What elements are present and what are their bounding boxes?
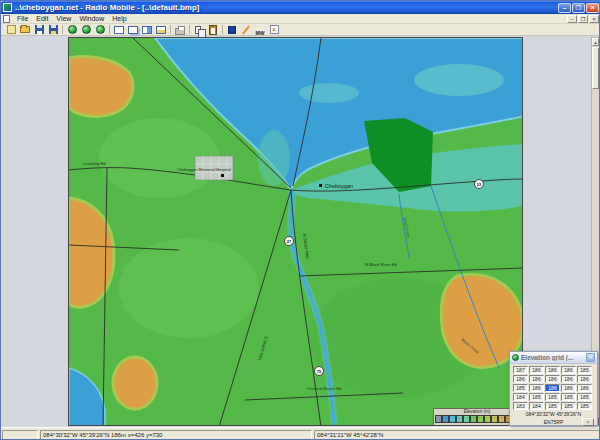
elevation-grid-close-icon[interactable] — [586, 353, 595, 362]
child-window-icon[interactable] — [3, 15, 10, 23]
status-map-center: 084°31'21"W 45°42'28"N — [314, 430, 600, 440]
elevation-cell[interactable]: 186 — [561, 375, 576, 383]
map-shallow-patch — [414, 64, 504, 96]
svg-text:23: 23 — [477, 182, 482, 187]
svg-text:75: 75 — [317, 369, 322, 374]
legend-swatch — [484, 415, 491, 423]
elevation-cell[interactable]: 183 — [513, 402, 528, 410]
elevation-cell-selected[interactable]: 186 — [545, 384, 560, 392]
elevation-cell[interactable]: 185 — [561, 393, 576, 401]
delete-icon[interactable] — [267, 24, 281, 35]
elevation-cell[interactable]: 186 — [561, 384, 576, 392]
elevation-cell[interactable]: 186 — [529, 375, 544, 383]
elevation-cell[interactable]: 186 — [545, 375, 560, 383]
legend-swatch — [435, 415, 442, 423]
scrollbar-thumb[interactable] — [592, 47, 599, 89]
elevation-cell[interactable]: 185 — [577, 393, 592, 401]
print-icon[interactable] — [173, 24, 187, 35]
elevation-cell[interactable]: 186 — [577, 375, 592, 383]
crop-picture-icon[interactable] — [140, 24, 154, 35]
elevation-legend: Elevation (m) — [433, 408, 521, 426]
label-icon[interactable] — [253, 24, 267, 35]
new-file-icon[interactable] — [4, 24, 18, 35]
map-label-hospital: Cheboygan Memorial Hospital — [177, 167, 231, 172]
menu-file[interactable]: File — [13, 15, 32, 22]
picture-properties-icon[interactable] — [79, 24, 93, 35]
elevation-grid-window[interactable]: Elevation grid (... 187 186 186 186 185 … — [509, 351, 598, 426]
elevation-grid-title: Elevation grid (... — [521, 354, 586, 361]
radio-mobile-window: ..\cheboygan.net - Radio Mobile - [..\de… — [0, 0, 600, 440]
status-cursor-position: 084°30'32"W 45°39'26"N 186m x=426 y=730 — [40, 430, 312, 440]
app-icon — [3, 3, 12, 12]
elevation-cell[interactable]: 185 — [545, 402, 560, 410]
menu-edit[interactable]: Edit — [32, 15, 52, 22]
minimize-button[interactable] — [558, 3, 571, 13]
network-properties-icon[interactable] — [225, 24, 239, 35]
map-picture[interactable]: Cheboygan Cheboygan Memorial Hospital Lo… — [68, 37, 523, 426]
elevation-grid-icon — [512, 354, 519, 361]
map-shallow-patch — [299, 83, 359, 103]
legend-swatch — [470, 415, 477, 423]
elevation-cell[interactable]: 185 — [513, 384, 528, 392]
elevation-legend-swatches — [435, 415, 519, 423]
elevation-grid-titlebar[interactable]: Elevation grid (... — [510, 352, 597, 364]
elevation-cell[interactable]: 186 — [513, 375, 528, 383]
elevation-cell[interactable]: 185 — [577, 366, 592, 374]
legend-swatch — [456, 415, 463, 423]
elevation-cell[interactable]: 186 — [561, 366, 576, 374]
elevation-cell[interactable]: 186 — [545, 366, 560, 374]
status-panel-blank — [2, 430, 38, 440]
map-shield-27: 27 — [285, 237, 294, 246]
map-land-patch — [119, 238, 259, 338]
duplicate-picture-icon[interactable] — [126, 24, 140, 35]
elevation-grid-cells: 187 186 186 186 185 186 186 186 186 186 … — [510, 364, 597, 411]
child-close-button[interactable] — [589, 15, 599, 23]
elevation-cell[interactable]: 184 — [529, 402, 544, 410]
legend-swatch — [442, 415, 449, 423]
scroll-up-icon[interactable] — [592, 38, 599, 46]
menu-help[interactable]: Help — [108, 15, 130, 22]
open-file-icon[interactable] — [18, 24, 32, 35]
map-label-town: Cheboygan — [325, 183, 353, 189]
legend-swatch — [477, 415, 484, 423]
elevation-cell[interactable]: 186 — [577, 384, 592, 392]
map-label-black-river: N Black River Rd — [365, 262, 398, 267]
map-shield-75: 75 — [315, 367, 324, 376]
title-bar[interactable]: ..\cheboygan.net - Radio Mobile - [..\de… — [1, 1, 600, 14]
elevation-cell[interactable]: 186 — [529, 366, 544, 374]
status-bar: 084°30'32"W 45°39'26"N 186m x=426 y=730 … — [1, 427, 600, 440]
elevation-grid-coordinates: 084°30'32"W 45°39'26"N — [510, 411, 597, 418]
elevation-grid-expand-button[interactable]: > — [582, 418, 594, 426]
map-town-marker — [319, 184, 322, 187]
map-properties-icon[interactable] — [65, 24, 79, 35]
restore-button[interactable] — [572, 3, 585, 13]
menu-view[interactable]: View — [52, 15, 75, 22]
save-picture-icon[interactable] — [46, 24, 60, 35]
toolbar — [1, 24, 600, 36]
save-file-icon[interactable] — [32, 24, 46, 35]
child-minimize-button[interactable] — [567, 15, 577, 23]
svg-text:27: 27 — [287, 239, 292, 244]
map-shield-23: 23 — [475, 180, 484, 189]
export-picture-icon[interactable] — [154, 24, 168, 35]
new-picture-icon[interactable] — [112, 24, 126, 35]
menu-bar: File Edit View Window Help — [1, 14, 600, 24]
paste-icon[interactable] — [206, 24, 220, 35]
elevation-cell[interactable]: 185 — [545, 393, 560, 401]
close-button[interactable] — [586, 3, 599, 13]
elevation-cell[interactable]: 185 — [577, 402, 592, 410]
pencil-icon[interactable] — [239, 24, 253, 35]
map-svg: Cheboygan Cheboygan Memorial Hospital Lo… — [69, 38, 523, 426]
map-hospital-marker — [221, 174, 224, 177]
legend-swatch — [498, 415, 505, 423]
elevation-cell[interactable]: 187 — [513, 366, 528, 374]
copy-icon[interactable] — [192, 24, 206, 35]
merge-pictures-icon[interactable] — [93, 24, 107, 35]
legend-swatch — [449, 415, 456, 423]
elevation-cell[interactable]: 186 — [529, 384, 544, 392]
menu-window[interactable]: Window — [75, 15, 108, 22]
elevation-cell[interactable]: 185 — [529, 393, 544, 401]
elevation-cell[interactable]: 185 — [561, 402, 576, 410]
elevation-cell[interactable]: 184 — [513, 393, 528, 401]
child-restore-button[interactable] — [578, 15, 588, 23]
